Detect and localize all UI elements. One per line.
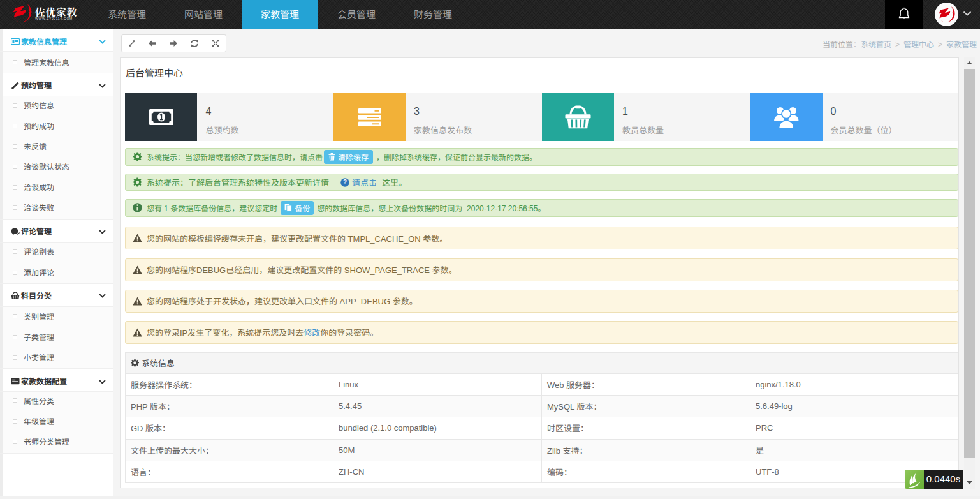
svg-text:?: ? [343, 179, 347, 186]
